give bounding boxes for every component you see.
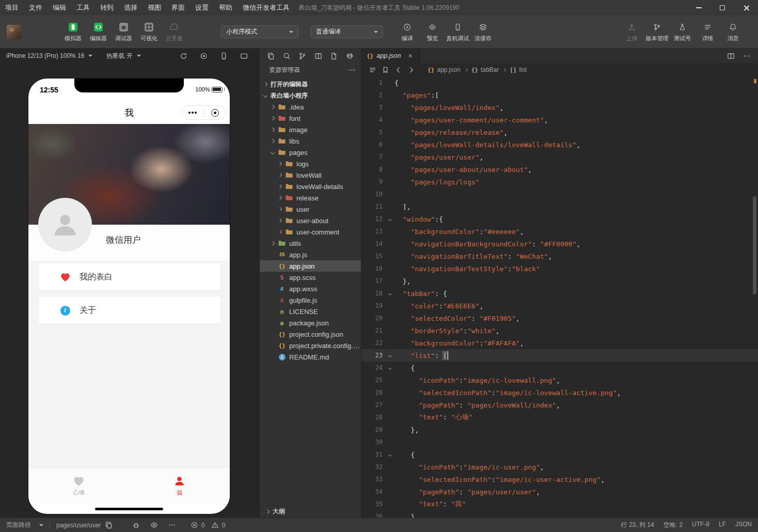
code-line-34[interactable]: 34 "pagePath": "pages/user/user", <box>361 486 758 498</box>
menu-item-1[interactable]: i关于 <box>39 297 220 324</box>
statusbar-item-0[interactable]: 行 23, 列 14 <box>621 521 654 529</box>
tree-item-12[interactable]: user-about <box>260 215 361 226</box>
close-button[interactable] <box>734 0 758 15</box>
tree-item-8[interactable]: loveWall <box>260 169 361 181</box>
explorer-section-0[interactable]: 打开的编辑器 <box>260 79 361 90</box>
tree-item-14[interactable]: utils <box>260 238 361 249</box>
minimize-button[interactable] <box>687 0 710 15</box>
tab-close-icon[interactable] <box>406 52 415 60</box>
code-line-14[interactable]: 14 "navigationBarBackgroundColor": "#FF0… <box>361 238 758 250</box>
user-avatar[interactable] <box>7 25 21 39</box>
code-line-21[interactable]: 21 "borderStyle":"white", <box>361 324 758 337</box>
tree-item-11[interactable]: user <box>260 204 361 215</box>
phone-tab-0[interactable]: 心墙 <box>28 468 129 504</box>
navigate-forward-icon[interactable] <box>407 66 415 74</box>
tree-item-23[interactable]: {}project.private.config.js... <box>260 340 361 351</box>
mode-select[interactable]: 小程序模式 <box>221 25 298 38</box>
tree-item-18[interactable]: #app.wxss <box>260 283 361 294</box>
split-editor-icon[interactable] <box>727 52 735 60</box>
toolbar-button-phone[interactable]: 真机调试 <box>445 22 470 42</box>
code-line-1[interactable]: 1{ <box>361 76 758 89</box>
code-line-31[interactable]: 31 { <box>361 448 758 461</box>
menubar-item-0[interactable]: 项目 <box>0 0 24 15</box>
code-line-9[interactable]: 9 "pages/logs/logs" <box>361 176 758 188</box>
record-icon[interactable] <box>200 52 208 60</box>
code-line-28[interactable]: 28 "text": "心墙" <box>361 411 758 424</box>
statusbar-item-2[interactable]: UTF-8 <box>692 521 709 529</box>
more-actions-icon[interactable] <box>743 52 751 60</box>
bookmark-icon[interactable] <box>382 66 389 74</box>
toolbar-button-flask[interactable]: 测试号 <box>670 22 695 42</box>
preview-eye-icon[interactable] <box>150 521 158 529</box>
code-line-3[interactable]: 3 "pages/loveWall/index", <box>361 101 758 114</box>
problems-indicator[interactable]: 0 0 <box>191 521 225 529</box>
screenshot-icon[interactable] <box>240 52 248 60</box>
close-miniprogram-button[interactable] <box>204 109 226 117</box>
tree-item-15[interactable]: JSapp.js <box>260 249 361 260</box>
code-editor[interactable]: 1{2 "pages":[3 "pages/loveWall/index",4 … <box>361 76 758 518</box>
more-actions-icon[interactable] <box>348 66 356 74</box>
code-line-36[interactable]: 36 } <box>361 510 758 518</box>
tree-item-6[interactable]: pages <box>260 147 361 158</box>
tree-item-22[interactable]: {}project.config.json <box>260 328 361 340</box>
search-icon[interactable] <box>283 52 291 60</box>
page-path-label[interactable]: 页面路径 <box>6 521 31 529</box>
toolbar-button-bell[interactable]: 消息 <box>720 22 746 42</box>
explorer-section-1[interactable]: 表白墙小程序 <box>260 90 361 101</box>
tree-item-16[interactable]: {}app.json <box>260 260 361 272</box>
outline-section[interactable]: 大纲 <box>260 505 361 518</box>
code-line-12[interactable]: 12 "window":{ <box>361 213 758 225</box>
code-line-32[interactable]: 32 "iconPath":"image/ic-user.png", <box>361 461 758 473</box>
user-avatar-circle[interactable] <box>38 198 92 252</box>
toolbar-button-layers[interactable]: 清缓存 <box>470 22 496 42</box>
source-control-icon[interactable] <box>298 52 306 60</box>
device-select[interactable]: iPhone 12/13 (Pro) 100% 16 <box>6 52 92 59</box>
statusbar-item-3[interactable]: LF <box>719 521 726 529</box>
more-icon[interactable] <box>168 521 176 529</box>
code-line-2[interactable]: 2 "pages":[ <box>361 89 758 101</box>
toolbar-button-play[interactable]: 编译 <box>394 22 420 42</box>
tree-item-17[interactable]: Sapp.scss <box>260 272 361 283</box>
page-path-value[interactable]: pages/user/user <box>56 522 101 529</box>
copy-path-icon[interactable] <box>105 521 113 529</box>
code-line-16[interactable]: 16 "navigationBarTextStyle":"black" <box>361 262 758 275</box>
tree-item-5[interactable]: libs <box>260 135 361 147</box>
code-line-18[interactable]: 18 "tabBar": { <box>361 287 758 300</box>
breadcrumb-item-app.json[interactable]: {}app.json <box>428 66 461 73</box>
tree-item-9[interactable]: loveWall-details <box>260 181 361 192</box>
toolbar-button-simulator[interactable]: 模拟器 <box>60 22 86 42</box>
toolbar-button-debugger[interactable]: 调试器 <box>111 22 136 42</box>
code-line-17[interactable]: 17 }, <box>361 275 758 287</box>
new-file-icon[interactable] <box>330 52 338 60</box>
code-line-11[interactable]: 11 ], <box>361 200 758 213</box>
menubar-item-7[interactable]: 界面 <box>166 0 190 15</box>
code-line-5[interactable]: 5 "pages/release/release", <box>361 126 758 138</box>
code-line-10[interactable]: 10 <box>361 188 758 200</box>
tree-item-20[interactable]: ▤LICENSE <box>260 306 361 317</box>
maximize-button[interactable] <box>710 0 734 15</box>
tree-item-10[interactable]: release <box>260 192 361 204</box>
code-line-4[interactable]: 4 "pages/user-comment/user-comment", <box>361 114 758 126</box>
tab-app-json[interactable]: {} app.json <box>361 49 420 63</box>
navigate-back-icon[interactable] <box>394 66 402 74</box>
menubar-item-8[interactable]: 设置 <box>190 0 214 15</box>
statusbar-item-4[interactable]: JSON <box>735 521 752 529</box>
tree-item-13[interactable]: user-comment <box>260 226 361 238</box>
tree-item-21[interactable]: ▣package.json <box>260 317 361 328</box>
toolbar-button-upload[interactable]: 上传 <box>619 22 644 42</box>
device-frame-icon[interactable] <box>220 52 228 60</box>
menubar-item-2[interactable]: 编辑 <box>48 0 71 15</box>
code-line-30[interactable]: 30 <box>361 436 758 448</box>
menubar-item-4[interactable]: 转到 <box>95 0 119 15</box>
code-line-29[interactable]: 29 }, <box>361 424 758 436</box>
code-line-7[interactable]: 7 "pages/user/user", <box>361 151 758 163</box>
code-line-19[interactable]: 19 "color":"#E6E6E6", <box>361 300 758 312</box>
phone-tab-1[interactable]: 我 <box>129 468 230 504</box>
statusbar-item-1[interactable]: 空格: 2 <box>664 521 683 529</box>
toolbar-button-visual[interactable]: 可视化 <box>136 22 162 42</box>
vconsole-icon[interactable] <box>132 521 140 529</box>
menubar-item-1[interactable]: 文件 <box>24 0 48 15</box>
toolbar-button-editor[interactable]: 编辑器 <box>86 22 111 42</box>
tree-item-24[interactable]: iREADME.md <box>260 351 361 363</box>
code-line-20[interactable]: 20 "selectedColor": "#F01905", <box>361 312 758 324</box>
